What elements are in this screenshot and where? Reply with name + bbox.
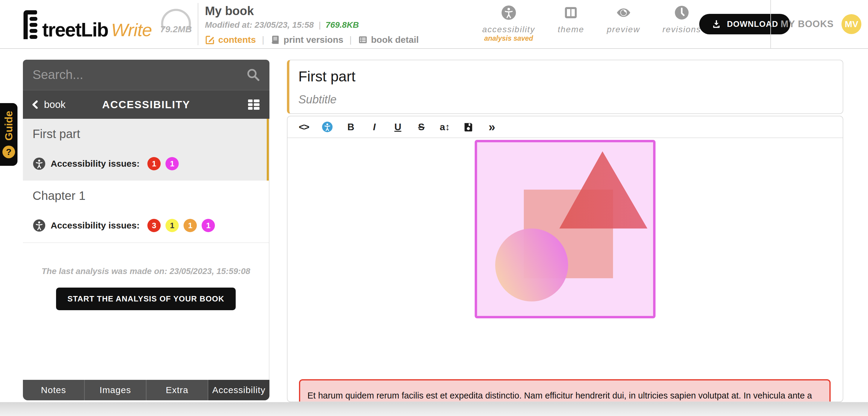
content-image-shapes[interactable] <box>475 140 655 318</box>
clock-icon <box>674 5 689 21</box>
storage-usage-ring: 79.2MB <box>159 5 193 39</box>
last-analysis-note: The last analysis was made on: 23/05/202… <box>23 266 269 276</box>
panel-title: ACCESSIBILITY <box>102 98 190 111</box>
editor-content: Et harum quidem rerum facilis est et exp… <box>287 140 843 402</box>
chapter-subtitle-field[interactable]: Subtitle <box>299 93 843 106</box>
list-view-button[interactable] <box>246 97 261 112</box>
strikethrough-button[interactable]: S <box>415 122 427 132</box>
accessibility-icon <box>321 121 333 132</box>
eye-icon <box>616 5 631 21</box>
tab-separator: | <box>262 35 264 45</box>
underline-button[interactable]: U <box>392 122 404 132</box>
sidebar-panel-header: book ACCESSIBILITY <box>23 90 270 119</box>
theme-columns-icon <box>563 5 579 21</box>
chapter-list: First part Accessibility issues: 1 1 Cha… <box>23 119 270 380</box>
tab-images[interactable]: Images <box>85 380 147 400</box>
revisions-action-label: revisions <box>662 25 701 34</box>
question-mark-icon: ? <box>2 146 15 158</box>
guide-tab[interactable]: ? Guide <box>0 103 18 166</box>
my-books-link[interactable]: MY BOOKS <box>781 19 834 30</box>
tab-book-detail[interactable]: book detail <box>358 35 418 45</box>
revisions-action[interactable]: revisions <box>662 5 701 34</box>
back-to-book-button[interactable]: book <box>31 99 66 110</box>
issue-badge-critical: 1 <box>147 157 161 170</box>
streetlib-logo-mark-icon <box>24 10 42 39</box>
issue-badge-warning: 1 <box>165 219 179 232</box>
analysis-saved-status: analysis saved <box>484 34 533 42</box>
storage-usage-value: 79.2MB <box>159 24 193 34</box>
accessibility-issues-row: Accessibility issues: 3 1 1 1 <box>33 219 260 232</box>
theme-action-label: theme <box>558 25 584 34</box>
accessibility-icon <box>33 219 46 232</box>
tab-print-versions[interactable]: print versions <box>270 35 343 45</box>
tab-contents[interactable]: contents <box>205 35 256 45</box>
chapter-item-chapter-1[interactable]: Chapter 1 Accessibility issues: 3 1 1 1 <box>23 181 269 243</box>
start-analysis-button[interactable]: START THE ANALYSIS OF YOUR BOOK <box>56 288 236 310</box>
header-divider <box>770 0 771 48</box>
issue-badge-info: 1 <box>165 157 179 170</box>
accessibility-action[interactable]: accessibility analysis saved <box>482 5 535 42</box>
chapter-title: First part <box>33 127 260 141</box>
sidebar-bottom-tabs: Notes Images Extra Accessibility <box>23 380 270 400</box>
guide-label: Guide <box>3 111 15 141</box>
user-avatar[interactable]: MV <box>841 14 861 34</box>
preview-action-label: preview <box>607 25 640 34</box>
accessibility-icon <box>501 5 517 21</box>
book-nav-tabs: contents | print versions | book detail <box>205 35 418 45</box>
book-size: 769.8KB <box>326 20 359 30</box>
streetlib-write-app: treetLib Write 79.2MB My book Modified a… <box>0 0 868 416</box>
more-tools-button[interactable]: » <box>486 121 498 133</box>
brand-suffix: Write <box>111 21 152 39</box>
accessibility-issues-row: Accessibility issues: 1 1 <box>33 157 260 170</box>
tab-accessibility[interactable]: Accessibility <box>208 380 270 400</box>
download-button[interactable]: DOWNLOAD <box>699 14 790 34</box>
tab-notes[interactable]: Notes <box>23 380 85 400</box>
header-divider <box>198 3 198 45</box>
book-icon <box>270 35 281 45</box>
issue-badge-critical: 3 <box>147 219 161 232</box>
book-meta: Modified at: 23/05/23, 15:58 | 769.8KB <box>205 20 418 30</box>
guide-tab-inner: ? Guide <box>0 103 18 166</box>
list-grid-icon <box>246 97 261 112</box>
download-icon <box>711 19 721 29</box>
chevron-left-icon <box>31 99 40 110</box>
preview-action[interactable]: preview <box>607 5 640 34</box>
chapter-title-field[interactable]: First part <box>299 68 843 85</box>
font-size-button[interactable]: a↕ <box>439 122 451 132</box>
tab-book-detail-label: book detail <box>371 35 418 45</box>
code-view-button[interactable]: <> <box>298 122 310 132</box>
page-bottom-gradient <box>0 402 868 416</box>
back-label: book <box>44 99 66 110</box>
save-button[interactable] <box>462 121 474 132</box>
search-icon[interactable] <box>246 67 260 82</box>
book-title: My book <box>205 4 418 18</box>
editor-toolbar: <> B I U S a↕ » <box>287 116 843 138</box>
accessibility-action-label: accessibility <box>482 25 535 34</box>
shapes-illustration <box>477 142 653 316</box>
theme-action[interactable]: theme <box>557 5 584 34</box>
flagged-paragraph[interactable]: Et harum quidem rerum facilis est et exp… <box>299 379 831 402</box>
italic-button[interactable]: I <box>368 122 380 132</box>
modified-timestamp: Modified at: 23/05/23, 15:58 <box>205 20 314 30</box>
chapter-item-first-part[interactable]: First part Accessibility issues: 1 1 <box>23 119 269 181</box>
accessibility-check-button[interactable] <box>321 121 333 132</box>
accessibility-icon <box>33 157 46 170</box>
circle-shape <box>495 229 568 301</box>
issues-label: Accessibility issues: <box>51 158 140 169</box>
issues-label: Accessibility issues: <box>51 220 140 231</box>
editor-card: <> B I U S a↕ » <box>287 116 843 402</box>
bold-button[interactable]: B <box>345 122 357 132</box>
table-icon <box>358 35 368 45</box>
header-actions: accessibility analysis saved theme previ… <box>482 5 701 42</box>
tab-print-versions-label: print versions <box>284 35 343 45</box>
app-header: treetLib Write 79.2MB My book Modified a… <box>0 0 868 49</box>
chapter-title: Chapter 1 <box>33 189 260 203</box>
issue-badge-info: 1 <box>202 219 215 232</box>
chapter-title-card: First part Subtitle <box>287 60 843 114</box>
tab-extra[interactable]: Extra <box>147 380 208 400</box>
book-info: My book Modified at: 23/05/23, 15:58 | 7… <box>205 4 418 45</box>
my-books-area: MY BOOKS MV <box>781 0 861 48</box>
streetlib-logo[interactable]: treetLib Write <box>24 10 152 39</box>
brand-text: treetLib <box>42 21 108 39</box>
search-input[interactable] <box>32 67 246 82</box>
